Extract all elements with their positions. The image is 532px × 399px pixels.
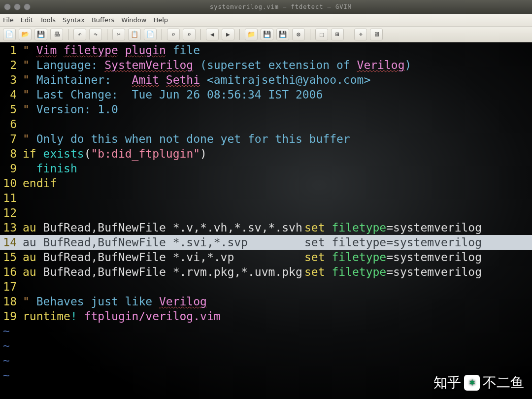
code-line[interactable]: 8if exists("b:did_ftplugin") (0, 146, 532, 161)
token: BufRead,BufNewFile *.vi,*.vp (36, 251, 234, 264)
menu-item-edit[interactable]: Edit (21, 16, 33, 24)
token: plugin (125, 44, 166, 57)
toolbar-button-27[interactable]: 🖥 (370, 29, 383, 40)
menu-item-window[interactable]: Window (121, 16, 146, 24)
token: " (23, 133, 36, 145)
token: ) (404, 59, 411, 71)
code-content[interactable] (23, 279, 532, 294)
toolbar-separator (310, 29, 310, 40)
menu-item-help[interactable]: Help (153, 16, 168, 24)
code-line[interactable]: 6 (0, 117, 532, 132)
toolbar-button-20[interactable]: 💾 (276, 29, 289, 40)
line-number: 9 (0, 161, 23, 176)
code-content[interactable] (23, 117, 532, 132)
window-button-max-icon[interactable] (24, 3, 31, 10)
code-content[interactable] (23, 205, 532, 220)
code-line[interactable]: 17 (0, 279, 532, 294)
toolbar-button-21[interactable]: ⚙ (292, 29, 305, 40)
code-line[interactable]: 5" Version: 1.0 (0, 102, 532, 117)
code-line[interactable]: 16au BufRead,BufNewFile *.rvm.pkg,*.uvm.… (0, 265, 532, 279)
menu-item-tools[interactable]: Tools (40, 16, 56, 24)
token: finish (36, 162, 77, 175)
toolbar-button-9[interactable]: 📋 (128, 29, 141, 40)
code-content[interactable]: finish (23, 161, 532, 176)
code-content[interactable] (23, 191, 532, 205)
line-number: 2 (0, 58, 23, 72)
token: set (304, 266, 325, 278)
toolbar-button-18[interactable]: 📁 (245, 29, 258, 40)
code-line[interactable]: 14au BufRead,BufNewFile *.svi,*.svpset f… (0, 235, 532, 250)
line-number: 6 (0, 117, 23, 132)
menu-item-buffers[interactable]: Buffers (92, 16, 114, 24)
code-content[interactable]: " Version: 1.0 (23, 102, 532, 117)
code-line[interactable]: 12 (0, 205, 532, 220)
code-line[interactable]: 3" Maintainer: Amit Sethi <amitrajsethi@… (0, 72, 532, 87)
toolbar-button-10[interactable]: 📄 (144, 29, 157, 40)
token (159, 73, 166, 86)
token: au (23, 266, 36, 278)
token: =systemverilog (386, 251, 482, 264)
toolbar-button-6[interactable]: ↷ (89, 29, 102, 40)
code-content[interactable]: " Vim filetype plugin file (23, 43, 532, 58)
token: filetype (332, 251, 386, 264)
code-line[interactable]: 4" Last Change: Tue Jun 26 08:56:34 IST … (0, 87, 532, 102)
code-content[interactable]: au BufRead,BufNewFile *.rvm.pkg,*.uvm.pk… (23, 265, 532, 279)
toolbar-button-5[interactable]: ↶ (73, 29, 86, 40)
code-content[interactable]: " Behaves just like Verilog (23, 294, 532, 309)
code-line[interactable]: 11 (0, 191, 532, 205)
code-content[interactable]: au BufRead,BufNewFile *.v,*.vh,*.sv,*.sv… (23, 220, 532, 235)
code-content[interactable]: au BufRead,BufNewFile *.svi,*.svpset fil… (23, 235, 532, 250)
code-line[interactable]: 19runtime! ftplugin/verilog.vim (0, 309, 532, 324)
menu-item-syntax[interactable]: Syntax (63, 16, 85, 24)
editor-viewport[interactable]: 1" Vim filetype plugin file2" Language: … (0, 42, 532, 399)
code-line[interactable]: 2" Language: SystemVerilog (superset ext… (0, 58, 532, 72)
toolbar-button-23[interactable]: ⬚ (315, 29, 328, 40)
code-content[interactable]: " Only do this when not done yet for thi… (23, 132, 532, 146)
token: " (23, 59, 36, 71)
toolbar-button-2[interactable]: 💾 (34, 29, 47, 40)
token (77, 310, 84, 323)
token: Maintainer: (36, 73, 132, 86)
code-content[interactable]: au BufRead,BufNewFile *.vi,*.vpset filet… (23, 250, 532, 265)
code-content[interactable]: runtime! ftplugin/verilog.vim (23, 309, 532, 324)
code-line[interactable]: 9 finish (0, 161, 532, 176)
token: if (23, 147, 36, 160)
toolbar-button-24[interactable]: ⊞ (331, 29, 344, 40)
toolbar-separator (349, 29, 349, 40)
code-content[interactable]: " Maintainer: Amit Sethi <amitrajsethi@y… (23, 72, 532, 87)
code-line[interactable]: 15au BufRead,BufNewFile *.vi,*.vpset fil… (0, 250, 532, 265)
code-content[interactable]: endif (23, 176, 532, 191)
toolbar-button-0[interactable]: 📄 (3, 29, 16, 40)
toolbar: 📄📂💾🖶↶↷✂📋📄⌕⌕◀▶📁💾💾⚙⬚⊞⌖🖥 (0, 27, 532, 42)
window-button-min-icon[interactable] (14, 3, 21, 10)
window-button-close-icon[interactable] (4, 3, 11, 10)
code-line[interactable]: 13au BufRead,BufNewFile *.v,*.vh,*.sv,*.… (0, 220, 532, 235)
toolbar-button-1[interactable]: 📂 (19, 29, 32, 40)
code-line[interactable]: 18" Behaves just like Verilog (0, 294, 532, 309)
code-content[interactable]: " Language: SystemVerilog (superset exte… (23, 58, 532, 72)
code-line[interactable]: 7" Only do this when not done yet for th… (0, 132, 532, 146)
line-number: 1 (0, 43, 23, 58)
toolbar-button-3[interactable]: 🖶 (50, 29, 63, 40)
token: filetype (332, 221, 386, 234)
toolbar-button-13[interactable]: ⌕ (183, 29, 196, 40)
token: " (23, 295, 36, 308)
token: endif (23, 177, 57, 190)
toolbar-button-16[interactable]: ▶ (222, 29, 234, 40)
toolbar-button-19[interactable]: 💾 (261, 29, 273, 40)
toolbar-button-15[interactable]: ◀ (206, 29, 219, 40)
token (325, 236, 332, 249)
aligned-right: set filetype=systemverilog (304, 265, 482, 279)
toolbar-button-12[interactable]: ⌕ (167, 29, 180, 40)
toolbar-button-26[interactable]: ⌖ (354, 29, 367, 40)
wechat-icon: ✶ (464, 375, 480, 391)
token: Last Change: Tue Jun 26 08:56:34 IST 200… (36, 88, 323, 101)
code-line[interactable]: 10endif (0, 176, 532, 191)
line-number: 19 (0, 309, 23, 324)
menu-item-file[interactable]: File (3, 16, 14, 24)
code-content[interactable]: if exists("b:did_ftplugin") (23, 146, 532, 161)
line-number: 4 (0, 87, 23, 102)
toolbar-button-8[interactable]: ✂ (112, 29, 125, 40)
code-content[interactable]: " Last Change: Tue Jun 26 08:56:34 IST 2… (23, 87, 532, 102)
code-line[interactable]: 1" Vim filetype plugin file (0, 43, 532, 58)
